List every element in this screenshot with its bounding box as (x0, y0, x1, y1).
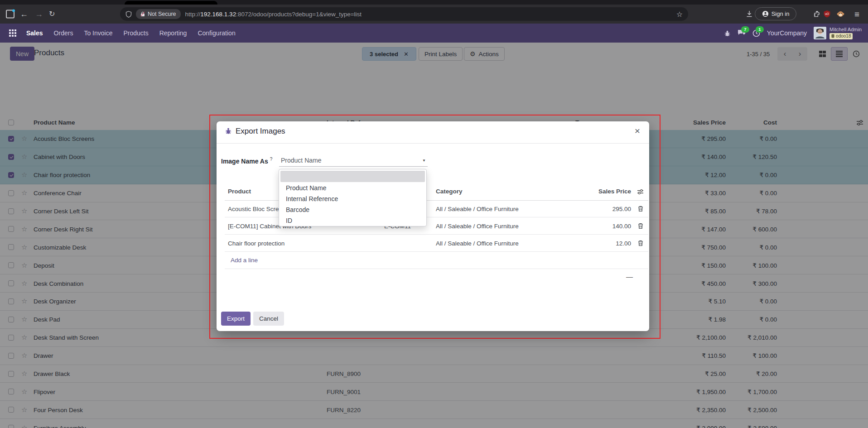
delete-row-trash-icon[interactable] (638, 240, 643, 246)
dialog-table-row[interactable]: Chair floor protection All / Saleable / … (225, 235, 648, 252)
dialog-header-product[interactable]: Product (228, 188, 251, 195)
svg-text:uO: uO (825, 12, 829, 15)
debug-bug-icon[interactable] (724, 30, 731, 37)
field-help-icon[interactable]: ? (270, 157, 273, 162)
dialog-price-cell: 12.00 (616, 240, 631, 246)
apps-grid-icon[interactable] (9, 29, 16, 37)
image-name-as-label: Image Name As ? (221, 157, 272, 165)
dialog-column-adjust-icon[interactable] (637, 189, 644, 195)
image-name-as-select[interactable]: Product Name ▼ (279, 155, 428, 167)
menu-reporting[interactable]: Reporting (159, 29, 187, 37)
database-icon (831, 34, 834, 38)
user-name: Mitchell Admin (829, 27, 862, 32)
lock-slash-icon (140, 11, 145, 17)
bookmark-star-icon[interactable]: ☆ (676, 10, 683, 19)
database-badge: odoo18 (829, 33, 853, 39)
dialog-close-icon[interactable]: × (632, 125, 643, 137)
dialog-product-cell: Chair floor protection (228, 240, 285, 246)
user-avatar (814, 27, 826, 39)
browser-toolbar: ← → ↻ Not Secure http://192.168.1.32:807… (0, 5, 868, 24)
activity-count-badge: 1 (756, 26, 764, 33)
add-line-row: Add a line (225, 252, 648, 269)
menu-products[interactable]: Products (123, 29, 148, 37)
navbar-right: 7 1 YourCompany Mitchell Admin odoo18 (724, 26, 868, 39)
url-path: :8072/odoo/products?debug=1&view_type=li… (236, 11, 362, 18)
user-menu[interactable]: Mitchell Admin odoo18 (814, 26, 862, 39)
company-switcher[interactable]: YourCompany (767, 29, 807, 37)
dialog-header-category[interactable]: Category (436, 188, 463, 195)
select-dropdown-menu: Product NameInternal ReferenceBarcodeID (279, 169, 427, 226)
dropdown-option[interactable]: Internal Reference (280, 193, 425, 204)
dialog-price-cell: 295.00 (612, 205, 631, 212)
extensions-puzzle-icon[interactable] (814, 11, 820, 18)
dialog-category-cell: All / Saleable / Office Furniture (436, 222, 519, 229)
back-icon[interactable]: ← (20, 10, 28, 18)
delete-row-trash-icon[interactable] (638, 206, 643, 212)
export-images-dialog: Export Images × Image Name As ? Product … (217, 121, 649, 331)
modal-highlight-frame: Export Images × Image Name As ? Product … (209, 115, 661, 339)
tab-overview-icon[interactable] (6, 10, 14, 19)
browser-chrome: ← → ↻ Not Secure http://192.168.1.32:807… (0, 0, 868, 24)
site-info-shield-icon[interactable] (125, 11, 132, 18)
menu-orders[interactable]: Orders (54, 29, 73, 37)
navbar-menus: Sales Orders To Invoice Products Reporti… (26, 29, 236, 37)
sign-in-button[interactable]: Sign in (755, 7, 796, 20)
browser-menu-icon[interactable]: ≡ (854, 10, 859, 19)
address-bar[interactable]: Not Secure http://192.168.1.32:8072/odoo… (120, 7, 688, 21)
menu-configuration[interactable]: Configuration (198, 29, 235, 37)
not-secure-chip[interactable]: Not Secure (136, 9, 181, 19)
profile-icon (762, 10, 769, 17)
dialog-header-sales-price[interactable]: Sales Price (598, 188, 631, 195)
browser-tab-strip (0, 0, 868, 5)
add-a-line-link[interactable]: Add a line (228, 256, 260, 264)
dialog-header-divider (217, 143, 649, 144)
aggregate-dash: — (626, 273, 633, 280)
menu-to-invoice[interactable]: To Invoice (84, 29, 112, 37)
odoo-navbar: Sales Orders To Invoice Products Reporti… (0, 24, 868, 43)
delete-row-trash-icon[interactable] (638, 223, 643, 229)
dropdown-option[interactable]: ID (280, 215, 425, 226)
dropdown-option[interactable]: Product Name (280, 183, 425, 193)
menu-sales[interactable]: Sales (26, 29, 43, 37)
url-scheme: http:// (185, 11, 201, 18)
discuss-chat-icon[interactable]: 7 (738, 29, 746, 37)
dialog-category-cell: All / Saleable / Office Furniture (436, 205, 519, 212)
forward-icon[interactable]: → (35, 10, 43, 18)
downloads-icon[interactable] (746, 10, 753, 18)
dialog-price-cell: 140.00 (612, 222, 631, 229)
dialog-category-cell: All / Saleable / Office Furniture (436, 240, 519, 246)
chat-count-badge: 7 (741, 26, 749, 33)
cancel-button[interactable]: Cancel (253, 312, 284, 326)
monkey-extension-icon[interactable] (837, 10, 844, 18)
not-secure-label: Not Secure (148, 11, 176, 17)
dialog-debug-bug-icon[interactable] (225, 127, 232, 135)
select-value: Product Name (281, 157, 321, 164)
activity-clock-icon[interactable]: 1 (752, 29, 760, 37)
chevron-down-icon: ▼ (422, 159, 426, 163)
sign-in-label: Sign in (772, 10, 790, 17)
url-text[interactable]: http://192.168.1.32:8072/odoo/products?d… (185, 11, 362, 18)
dropdown-option[interactable] (280, 171, 425, 182)
adblock-shield-icon[interactable]: uO (824, 10, 830, 18)
dropdown-option[interactable]: Barcode (280, 204, 425, 215)
url-host: 192.168.1.32 (200, 11, 236, 18)
reload-icon[interactable]: ↻ (49, 10, 55, 18)
dialog-title: Export Images (236, 127, 285, 136)
browser-tab[interactable] (125, 1, 217, 5)
export-button[interactable]: Export (221, 312, 251, 326)
